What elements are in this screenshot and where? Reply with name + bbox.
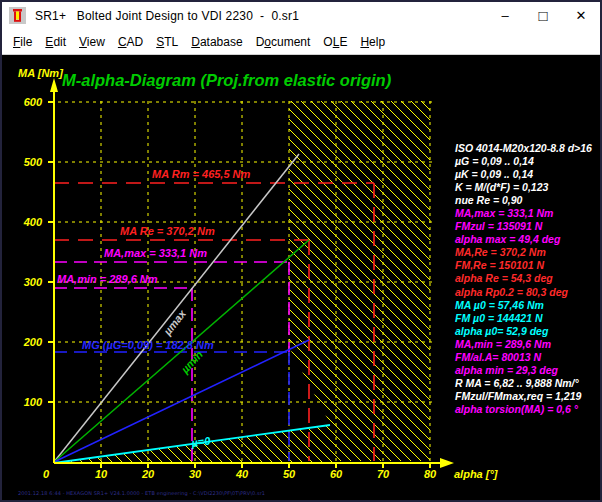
svg-text:600: 600 xyxy=(24,96,43,108)
legend-line: MA,max = 333,1 Nm xyxy=(455,207,602,220)
menu-bar: File Edit View CAD STL Database Document… xyxy=(2,29,600,55)
y-tick-labels: 600 500 400 300 200 100 xyxy=(23,96,43,408)
close-button[interactable]: ✕ xyxy=(562,2,600,29)
svg-text:70: 70 xyxy=(377,468,390,480)
svg-text:40: 40 xyxy=(235,468,249,480)
x-axis-label: alpha [°] xyxy=(454,468,498,480)
svg-text:100: 100 xyxy=(24,396,43,408)
legend-line: R MA = 6,82 .. 9,888 Nm/° xyxy=(455,377,602,390)
legend-line: alpha torsion(MA) = 0,6 ° xyxy=(455,403,602,416)
legend-line: MA µ0 = 57,46 Nm xyxy=(455,299,602,312)
menu-document[interactable]: Document xyxy=(256,35,311,49)
legend-line: FMzul/FMmax,req = 1,219 xyxy=(455,390,602,403)
legend-line: alpha µ0= 52,9 deg xyxy=(455,325,602,338)
minimize-button[interactable]: – xyxy=(486,2,524,29)
svg-text:200: 200 xyxy=(23,336,43,348)
svg-text:10: 10 xyxy=(95,468,108,480)
app-window: SR1+ Bolted Joint Design to VDI 2230 - 0… xyxy=(0,0,602,502)
legend-line: FM µ0 = 144421 N xyxy=(455,312,602,325)
svg-text:500: 500 xyxy=(24,156,43,168)
menu-stl[interactable]: STL xyxy=(156,35,178,49)
menu-help[interactable]: Help xyxy=(360,35,385,49)
window-title: SR1+ Bolted Joint Design to VDI 2230 - 0… xyxy=(35,9,299,23)
legend-line: FM,Re = 150101 N xyxy=(455,259,602,272)
legend-line: ISO 4014-M20x120-8.8 d>16 xyxy=(455,142,602,155)
title-bar: SR1+ Bolted Joint Design to VDI 2230 - 0… xyxy=(2,2,600,29)
legend-line: FMzul = 135091 N xyxy=(455,220,602,233)
svg-text:80: 80 xyxy=(424,468,437,480)
legend-line: K = M/(d*F) = 0,123 xyxy=(455,181,602,194)
svg-text:0: 0 xyxy=(43,468,50,480)
menu-cad[interactable]: CAD xyxy=(118,35,143,49)
legend-line: alpha Re = 54,3 deg xyxy=(455,272,602,285)
chart-area: MA [Nm] alpha [°] M-alpha-Diagram (Proj.… xyxy=(2,55,600,500)
ma-max-label: MA,max = 333,1 Nm xyxy=(104,247,207,259)
legend-line: µK = 0,09 .. 0,14 xyxy=(455,168,602,181)
menu-file[interactable]: File xyxy=(13,35,32,49)
svg-text:30: 30 xyxy=(189,468,202,480)
legend-line: alpha min = 29,3 deg xyxy=(455,364,602,377)
menu-database[interactable]: Database xyxy=(191,35,242,49)
chart-annotations: MA Rm = 465,5 Nm MA Re = 370,2 Nm MA,max… xyxy=(57,168,251,449)
hatch-right-block xyxy=(289,101,430,461)
status-bar: 2001.12.18 6:44 - HEXAGON SR1+ V24.1.000… xyxy=(18,490,265,496)
legend-line: nue Re = 0,90 xyxy=(455,194,602,207)
ma-re-label: MA Re = 370,2 Nm xyxy=(120,225,215,237)
results-legend: ISO 4014-M20x120-8.8 d>16 µG = 0,09 .. 0… xyxy=(455,142,602,416)
menu-ole[interactable]: OLE xyxy=(323,35,347,49)
ma-min-label: MA,min = 289,6 Nm xyxy=(57,273,158,285)
svg-text:50: 50 xyxy=(283,468,296,480)
legend-line: alpha max = 49,4 deg xyxy=(455,233,602,246)
y-axis-arrow-icon xyxy=(50,78,58,92)
ma-rm-label: MA Rm = 465,5 Nm xyxy=(152,168,251,180)
svg-text:20: 20 xyxy=(141,468,155,480)
legend-line: MA,min = 289,6 Nm xyxy=(455,338,602,351)
svg-text:400: 400 xyxy=(23,216,43,228)
x-tick-labels: 0 10 20 30 40 50 60 70 80 xyxy=(43,468,437,480)
legend-line: FM/al.A= 80013 N xyxy=(455,351,602,364)
legend-line: µG = 0,09 .. 0,14 xyxy=(455,155,602,168)
mu-max-line xyxy=(54,154,299,462)
legend-line: alpha Rp0.2 = 80,3 deg xyxy=(455,286,602,299)
bolt-icon xyxy=(9,7,26,24)
x-axis-arrow-icon xyxy=(440,458,454,468)
maximize-button[interactable]: □ xyxy=(524,2,562,29)
svg-text:60: 60 xyxy=(330,468,343,480)
menu-view[interactable]: View xyxy=(79,35,105,49)
chart-title: M-alpha-Diagram (Proj.from elastic origi… xyxy=(62,71,392,89)
svg-text:300: 300 xyxy=(24,276,43,288)
legend-line: MA,Re = 370,2 Nm xyxy=(455,246,602,259)
window-controls: – □ ✕ xyxy=(486,2,600,29)
menu-edit[interactable]: Edit xyxy=(45,35,66,49)
y-axis-label: MA [Nm] xyxy=(18,67,63,79)
